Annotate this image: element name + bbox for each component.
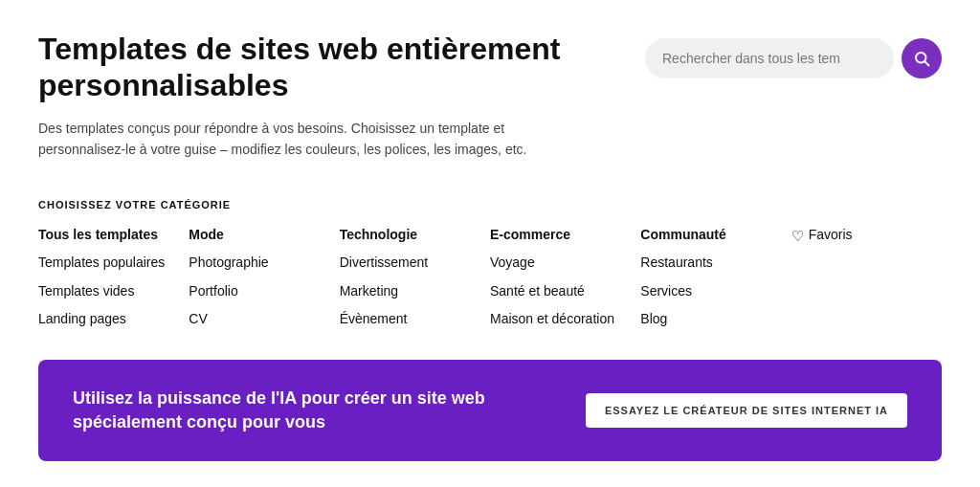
category-grid: Tous les templatesTemplates populairesTe… — [38, 226, 942, 329]
category-item-4-2[interactable]: Services — [640, 282, 791, 301]
category-item-4-1[interactable]: Restaurants — [640, 254, 791, 273]
category-item-2-2[interactable]: Marketing — [340, 282, 490, 301]
category-item-0-2[interactable]: Templates vides — [38, 282, 189, 301]
title-block: Templates de sites web entièrement perso… — [38, 31, 593, 161]
category-item-0-3[interactable]: Landing pages — [38, 310, 189, 329]
category-item-5-0[interactable]: ♡Favoris — [791, 226, 942, 246]
main-title: Templates de sites web entièrement perso… — [38, 31, 593, 104]
search-button[interactable] — [902, 38, 942, 78]
category-item-0-0[interactable]: Tous les templates — [38, 226, 189, 245]
category-item-3-1[interactable]: Voyage — [490, 254, 640, 273]
svg-line-1 — [924, 61, 928, 65]
banner: Utilisez la puissance de l'IA pour créer… — [38, 360, 942, 461]
category-item-2-3[interactable]: Évènement — [340, 310, 490, 329]
category-section: CHOISISSEZ VOTRE CATÉGORIE Tous les temp… — [38, 199, 942, 329]
banner-text: Utilisez la puissance de l'IA pour créer… — [73, 387, 586, 434]
category-item-0-1[interactable]: Templates populaires — [38, 254, 189, 273]
category-item-1-0[interactable]: Mode — [189, 226, 339, 245]
category-item-1-3[interactable]: CV — [189, 310, 339, 329]
search-input[interactable] — [645, 38, 894, 78]
category-item-1-2[interactable]: Portfolio — [189, 282, 339, 301]
banner-cta-button[interactable]: ESSAYEZ LE CRÉATEUR DE SITES INTERNET IA — [586, 393, 907, 428]
category-column-0: Tous les templatesTemplates populairesTe… — [38, 226, 189, 329]
category-column-2: TechnologieDivertissementMarketingÉvènem… — [340, 226, 490, 329]
category-item-3-3[interactable]: Maison et décoration — [490, 310, 640, 329]
category-item-4-0[interactable]: Communauté — [640, 226, 791, 245]
search-icon — [913, 50, 930, 67]
subtitle: Des templates conçus pour répondre à vos… — [38, 118, 536, 161]
category-column-4: CommunautéRestaurantsServicesBlog — [640, 226, 791, 329]
category-column-5: ♡Favoris — [791, 226, 942, 329]
category-item-3-0[interactable]: E-commerce — [490, 226, 640, 245]
category-item-4-3[interactable]: Blog — [640, 310, 791, 329]
category-label: CHOISISSEZ VOTRE CATÉGORIE — [38, 199, 942, 210]
category-item-3-2[interactable]: Santé et beauté — [490, 282, 640, 301]
search-area — [645, 38, 942, 78]
category-column-1: ModePhotographiePortfolioCV — [189, 226, 339, 329]
category-item-2-0[interactable]: Technologie — [340, 226, 490, 245]
category-column-3: E-commerceVoyageSanté et beautéMaison et… — [490, 226, 640, 329]
favoris-label: Favoris — [809, 226, 853, 245]
category-item-1-1[interactable]: Photographie — [189, 254, 339, 273]
category-item-2-1[interactable]: Divertissement — [340, 254, 490, 273]
heart-icon: ♡ — [791, 226, 804, 246]
